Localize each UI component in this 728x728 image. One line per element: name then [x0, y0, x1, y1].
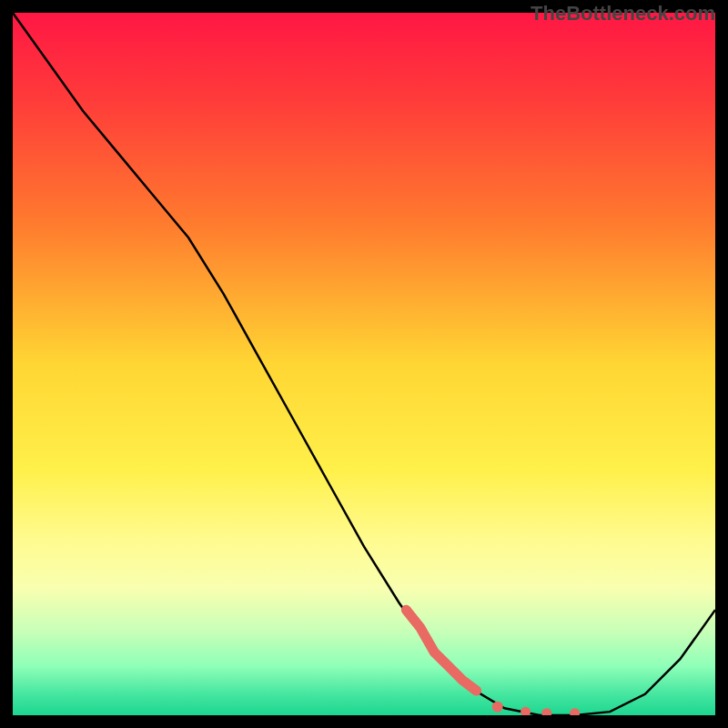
chart-svg: [13, 13, 715, 715]
gradient-background: [13, 13, 715, 715]
plot-area: [13, 13, 715, 715]
watermark-text: TheBottleneck.com: [531, 2, 715, 25]
chart-container: TheBottleneck.com: [0, 0, 728, 728]
highlight-dot: [492, 702, 503, 713]
